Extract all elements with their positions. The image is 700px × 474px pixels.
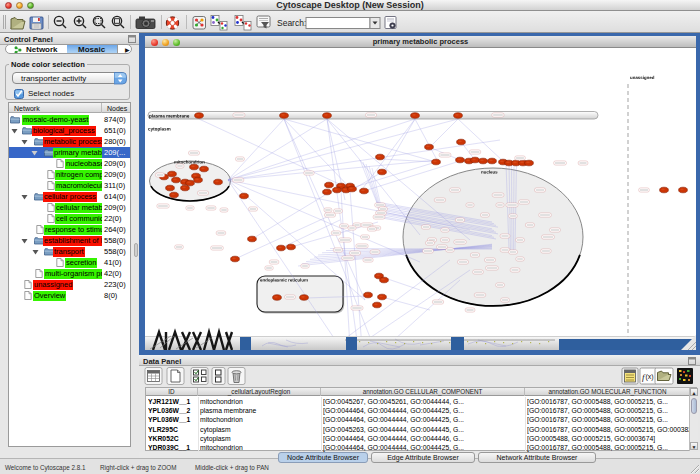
svg-text:Search:: Search: [277, 18, 306, 28]
svg-text:(x): (x) [646, 373, 654, 381]
